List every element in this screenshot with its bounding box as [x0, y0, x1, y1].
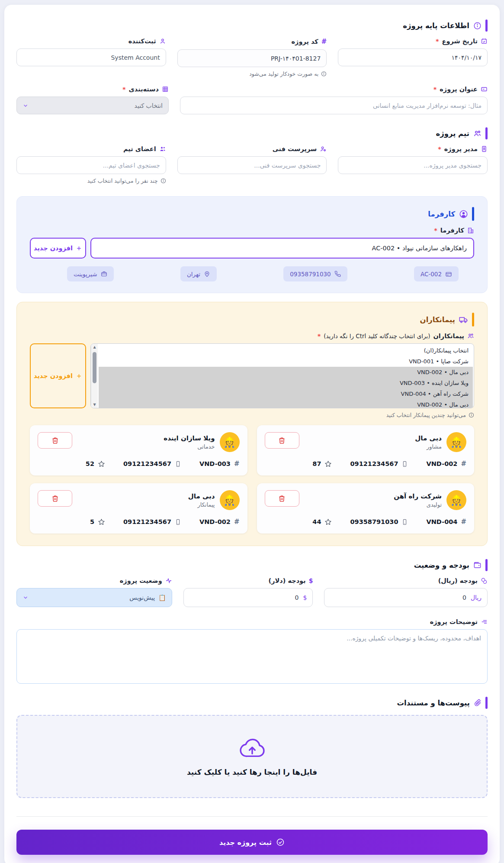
contractor-card: 👷 دبی مال مشاور # VND-002 09121234567 [257, 425, 475, 475]
required-asterisk: * [434, 227, 437, 234]
section-accent-bar [472, 313, 474, 326]
contractor-phone: 09121234567 [123, 518, 181, 525]
contractor-option[interactable]: دبی مال • VND-002 [99, 399, 473, 408]
coins-icon [481, 577, 488, 584]
dropzone-text: فایل‌ها را اینجا رها کنید یا کلیک کنید [187, 768, 317, 776]
section-accent-bar [485, 697, 488, 709]
contractor-add-new-button[interactable]: افزودن جدید [30, 343, 86, 408]
client-select[interactable]: راهکارهای سازمانی نیواد • AC-002 [90, 238, 474, 259]
title-card-icon [481, 86, 488, 93]
delete-contractor-button[interactable] [265, 432, 299, 449]
contractor-option[interactable]: شرکت صاپا • VND-001 [99, 356, 473, 367]
field-category: دسته‌بندی * انتخاب کنید [16, 86, 169, 114]
star-icon [98, 460, 105, 468]
building-icon [467, 227, 474, 234]
dollar-unit: $ [303, 594, 307, 601]
client-info-chips: AC-002 09358791030 تهران شیرپوینت [67, 266, 459, 281]
team-members-label: اعضای تیم [123, 145, 156, 152]
trash-icon [51, 437, 59, 444]
contractor-card: 👷 ویلا سازان اینده خدماتی # VND-003 0912… [30, 425, 247, 475]
description-textarea[interactable] [16, 629, 488, 684]
field-start-date: تاریخ شروع * ۱۴۰۴/۱۰/۱۷ [338, 38, 488, 77]
start-date-label: تاریخ شروع [442, 38, 478, 45]
trash-icon [51, 495, 59, 502]
project-manager-label: مدیر پروژه [444, 145, 478, 152]
scrollbar[interactable]: ▲ ▼ [91, 344, 98, 408]
star-icon [324, 460, 332, 468]
plus-icon [76, 373, 82, 379]
grid-icon [162, 86, 169, 93]
delete-contractor-button[interactable] [38, 490, 72, 507]
field-project-status: وضعیت پروژه 📋 پیش‌نویس [16, 577, 172, 607]
client-section-box: کارفرما کارفرما * راهکارهای سازمانی نیوا… [16, 196, 488, 293]
project-manager-input[interactable] [338, 156, 488, 174]
client-add-new-button[interactable]: افزودن جدید [30, 238, 86, 259]
contractor-option[interactable]: دبی مال • VND-002 [99, 367, 473, 378]
budget-dollar-input[interactable]: $ 0 [183, 588, 313, 607]
pulse-icon [165, 577, 172, 584]
phone-icon [334, 271, 341, 277]
contractor-rating: 5 [90, 518, 105, 526]
scroll-down-arrow[interactable]: ▼ [91, 401, 98, 408]
user-icon [159, 38, 166, 45]
project-status-label: وضعیت پروژه [120, 577, 162, 584]
contractor-phone: 09121234567 [350, 460, 408, 467]
section-title: کارفرما [428, 210, 455, 218]
project-form-card: اطلاعات پایه پروژه تاریخ شروع * ۱۴۰۴/۱۰/… [4, 4, 500, 863]
mobile-icon [175, 461, 181, 467]
delete-contractor-button[interactable] [265, 490, 299, 507]
contractor-type: خدماتی [164, 443, 215, 450]
info-icon [161, 178, 166, 184]
contractor-options-list: انتخاب پیمانکار(ان) شرکت صاپا • VND-001 … [98, 344, 474, 408]
budget-dollar-label: بودجه (دلار) [269, 577, 306, 584]
hash-icon: # [461, 460, 466, 468]
section-title: پیوست‌ها و مستندات [397, 699, 470, 707]
hash-icon: # [461, 518, 466, 526]
contractor-type: پیمانکار [188, 501, 215, 508]
scrollbar-track[interactable] [91, 350, 98, 401]
contractor-option[interactable]: انتخاب پیمانکار(ان) [99, 345, 473, 356]
contractor-card: 👷 شرکت راه آهن تولیدی # VND-004 09358791… [257, 483, 475, 533]
contractor-code: # VND-004 [426, 518, 466, 526]
delete-contractor-button[interactable] [38, 432, 72, 449]
project-title-input[interactable] [180, 97, 488, 114]
field-team-members: اعضای تیم چند نفر را می‌توانید انتخاب کن… [16, 145, 166, 184]
rial-unit: ریال [471, 594, 482, 601]
section-accent-bar [472, 207, 474, 221]
project-status-select[interactable]: 📋 پیش‌نویس [16, 588, 172, 607]
contractor-option[interactable]: شرکت راه آهن • VND-004 [99, 388, 473, 399]
user-circle-icon [459, 210, 468, 219]
contractor-phone: 09121234567 [123, 460, 181, 467]
required-asterisk: * [433, 86, 437, 93]
field-project-title: عنوان پروژه * [180, 86, 488, 114]
budget-rial-label: بودجه (ریال) [438, 577, 478, 584]
submit-project-button[interactable]: ثبت پروژه جدید [16, 830, 488, 855]
budget-rial-input[interactable]: ریال 0 [324, 588, 488, 607]
tech-supervisor-input[interactable] [177, 156, 327, 174]
client-industry-chip: شیرپوینت [67, 266, 114, 281]
contractor-name: دبی مال [188, 492, 215, 500]
scrollbar-thumb[interactable] [93, 352, 96, 383]
team-members-input[interactable] [16, 156, 166, 174]
section-accent-bar [485, 19, 488, 32]
contractor-type: تولیدی [394, 501, 442, 508]
client-code-chip: AC-002 [414, 266, 459, 281]
file-dropzone[interactable]: فایل‌ها را اینجا رها کنید یا کلیک کنید [16, 715, 488, 798]
scroll-up-arrow[interactable]: ▲ [91, 344, 98, 350]
registrar-label: ثبت‌کننده [128, 38, 156, 45]
section-title: بودجه و وضعیت [414, 561, 469, 569]
section-client: کارفرما [30, 207, 474, 221]
info-icon [473, 22, 482, 30]
team-members-icon [159, 145, 166, 152]
user-gear-icon [320, 145, 327, 152]
project-title-label: عنوان پروژه [440, 86, 478, 93]
category-select[interactable]: انتخاب کنید [16, 97, 169, 114]
required-asterisk: * [318, 333, 321, 339]
contractor-rating: 87 [312, 460, 332, 468]
field-project-code: # کد پروژه PRJ-۱۴۰۴01-8127 به صورت خودکا… [177, 38, 327, 77]
contractors-multiselect[interactable]: انتخاب پیمانکار(ان) شرکت صاپا • VND-001 … [90, 343, 474, 408]
truck-icon [459, 315, 468, 324]
contractor-option[interactable]: ویلا سازان اینده • VND-003 [99, 378, 473, 388]
project-code-label: کد پروژه [292, 38, 318, 45]
start-date-input[interactable]: ۱۴۰۴/۱۰/۱۷ [338, 48, 488, 66]
